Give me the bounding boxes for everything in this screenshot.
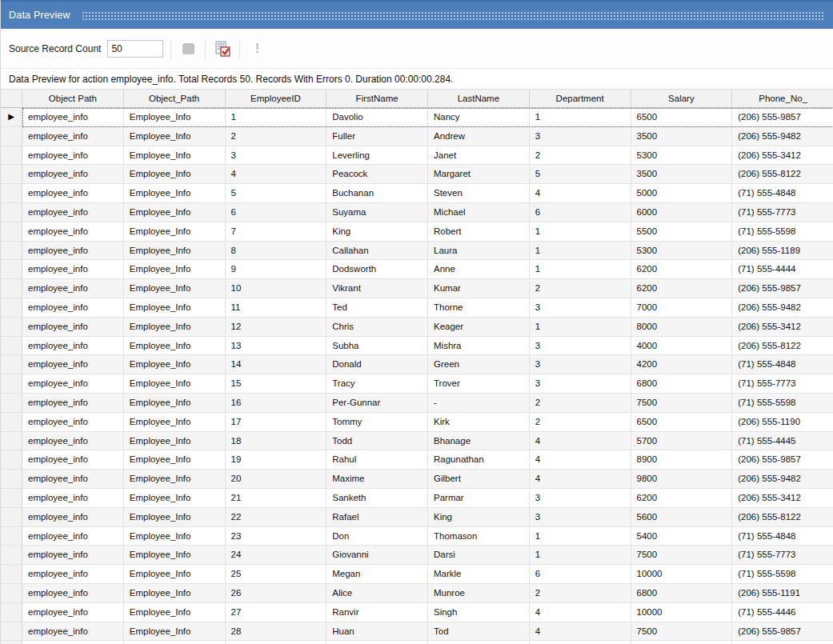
row-selector[interactable] [1, 470, 22, 489]
row-selector[interactable] [1, 546, 22, 565]
table-cell[interactable]: 5400 [631, 527, 733, 546]
table-cell[interactable]: 10000 [631, 565, 733, 584]
table-cell[interactable]: employee_info [22, 242, 124, 261]
table-cell[interactable]: employee_info [22, 279, 124, 298]
table-cell[interactable]: 7 [226, 222, 327, 242]
table-cell[interactable]: 26 [226, 584, 327, 603]
row-selector[interactable] [1, 489, 22, 508]
table-cell[interactable]: employee_info [22, 203, 124, 222]
table-cell[interactable]: Alice [326, 584, 428, 603]
validate-data-button[interactable] [213, 39, 232, 58]
table-cell[interactable]: Megan [326, 565, 428, 584]
column-header[interactable]: Salary [631, 90, 733, 108]
table-cell[interactable]: 6800 [631, 584, 733, 603]
row-selector[interactable] [1, 622, 22, 642]
table-cell[interactable]: 4 [530, 470, 631, 489]
table-cell[interactable]: 8 [226, 242, 327, 261]
row-selector[interactable] [1, 184, 22, 203]
table-cell[interactable] [530, 641, 631, 644]
table-cell[interactable]: (206) 555-3412 [732, 146, 833, 166]
table-cell[interactable]: Donald [326, 355, 428, 374]
table-cell[interactable]: Dodsworth [326, 260, 428, 279]
table-cell[interactable]: Michael [428, 203, 530, 222]
table-cell[interactable]: Giovanni [326, 546, 428, 565]
table-cell[interactable]: 5300 [631, 242, 733, 261]
table-cell[interactable]: 10 [226, 279, 327, 298]
table-cell[interactable]: employee_info [22, 470, 124, 489]
table-cell[interactable]: Singh [428, 603, 530, 622]
table-cell[interactable]: employee_info [22, 450, 124, 470]
table-cell[interactable]: Employee_Info [124, 146, 226, 166]
table-cell[interactable]: Rahul [326, 450, 428, 470]
table-cell[interactable] [22, 641, 124, 644]
record-count-input[interactable] [107, 40, 163, 58]
table-cell[interactable]: 3 [530, 127, 631, 146]
table-cell[interactable]: 2 [530, 279, 631, 298]
table-cell[interactable]: 3 [530, 298, 631, 318]
table-cell[interactable]: Employee_Info [124, 489, 226, 508]
table-cell[interactable]: employee_info [22, 184, 124, 203]
row-selector[interactable] [1, 565, 22, 584]
table-cell[interactable]: employee_info [22, 565, 124, 584]
table-cell[interactable]: Employee_Info [124, 394, 226, 413]
table-cell[interactable] [124, 641, 226, 644]
table-cell[interactable]: Employee_Info [124, 165, 226, 184]
table-cell[interactable]: 6200 [631, 279, 733, 298]
table-cell[interactable]: Keager [428, 318, 530, 337]
table-cell[interactable]: (206) 555-8122 [732, 165, 833, 184]
table-cell[interactable]: Margaret [428, 165, 530, 184]
row-selector[interactable] [1, 127, 22, 146]
row-selector[interactable] [1, 337, 22, 356]
column-header[interactable]: LastName [428, 90, 530, 108]
table-cell[interactable]: Steven [428, 184, 530, 203]
table-cell[interactable]: King [326, 222, 428, 242]
table-cell[interactable]: 4 [530, 450, 631, 470]
row-selector[interactable] [1, 260, 22, 279]
table-cell[interactable]: King [428, 508, 530, 527]
row-selector[interactable] [1, 527, 22, 546]
table-cell[interactable]: Thomason [428, 527, 530, 546]
table-cell[interactable]: 11 [226, 298, 327, 318]
table-cell[interactable]: 7500 [631, 546, 733, 565]
table-cell[interactable]: 16 [226, 394, 327, 413]
table-cell[interactable]: Employee_Info [124, 279, 226, 298]
table-cell[interactable]: Employee_Info [124, 260, 226, 279]
table-cell[interactable]: Chris [326, 318, 428, 337]
table-cell[interactable]: 1 [226, 108, 327, 127]
table-cell[interactable]: (206) 555-3412 [732, 489, 833, 508]
table-cell[interactable]: (206) 555-9857 [732, 622, 833, 642]
grid-corner-cell[interactable] [1, 90, 22, 108]
table-cell[interactable]: 6 [530, 565, 631, 584]
table-cell[interactable]: 13 [226, 337, 327, 356]
table-cell[interactable]: (206) 555-3412 [732, 318, 833, 337]
table-cell[interactable]: Employee_Info [124, 298, 226, 318]
table-cell[interactable]: Suyama [326, 203, 428, 222]
table-cell[interactable]: 2 [530, 584, 631, 603]
table-cell[interactable]: Markle [428, 565, 530, 584]
table-cell[interactable]: - [428, 394, 530, 413]
table-cell[interactable]: 6 [226, 203, 327, 222]
row-selector[interactable] [1, 413, 22, 432]
table-cell[interactable]: Nancy [428, 108, 530, 127]
table-cell[interactable]: 6200 [631, 489, 733, 508]
table-cell[interactable]: (71) 555-7773 [732, 546, 833, 565]
table-cell[interactable]: 9800 [631, 470, 733, 489]
table-cell[interactable]: 21 [226, 489, 327, 508]
table-cell[interactable]: (206) 555-1191 [732, 584, 833, 603]
table-cell[interactable]: Ragunathan [428, 450, 530, 470]
column-header[interactable]: Phone_No_ [732, 90, 833, 108]
table-cell[interactable]: 3500 [631, 127, 733, 146]
table-cell[interactable]: Employee_Info [124, 584, 226, 603]
row-selector[interactable] [1, 374, 22, 394]
table-cell[interactable]: Employee_Info [124, 432, 226, 451]
table-cell[interactable] [428, 641, 530, 644]
table-cell[interactable]: Employee_Info [124, 470, 226, 489]
table-cell[interactable]: 3500 [631, 165, 733, 184]
table-cell[interactable]: employee_info [22, 432, 124, 451]
table-cell[interactable]: (206) 555-9857 [732, 108, 833, 127]
table-cell[interactable]: (71) 555-4445 [732, 432, 833, 451]
table-cell[interactable]: 5 [226, 184, 327, 203]
table-cell[interactable]: employee_info [22, 298, 124, 318]
table-cell[interactable]: employee_info [22, 165, 124, 184]
table-cell[interactable]: Employee_Info [124, 413, 226, 432]
